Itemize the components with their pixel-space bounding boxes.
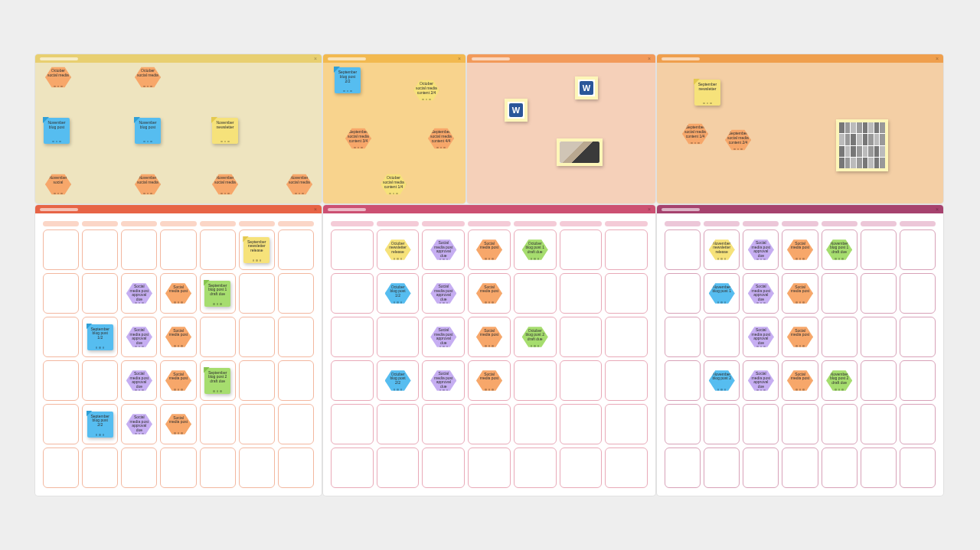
frame-topC[interactable]: ×	[467, 54, 655, 203]
calendar-cell[interactable]	[43, 317, 79, 357]
sticky-note[interactable]: September blog post 2/2	[87, 412, 113, 438]
sticky-note[interactable]: September newsletter release	[243, 237, 270, 263]
calendar-cell[interactable]	[331, 404, 374, 444]
calendar-cell[interactable]	[422, 447, 465, 488]
hex-note[interactable]: Social media post approval due	[126, 282, 152, 305]
hex-note[interactable]: November blog post 2	[709, 369, 735, 392]
hex-note[interactable]: Social media post	[476, 369, 502, 392]
calendar-cell[interactable]	[422, 404, 465, 444]
calendar-cell[interactable]	[43, 273, 79, 314]
calendar-cell[interactable]: Social media post approval due	[121, 317, 157, 357]
calendar-cell[interactable]	[82, 273, 118, 314]
frame-body[interactable]: September newsletter releaseSocial media…	[35, 213, 322, 496]
sticky-note[interactable]: November newsletter	[212, 118, 238, 144]
frame-topA[interactable]: ×	[35, 54, 322, 203]
calendar-cell[interactable]	[514, 273, 557, 314]
calendar-cell[interactable]	[278, 229, 314, 270]
calendar-cell[interactable]	[82, 447, 118, 488]
hex-note[interactable]: Social media post approval due	[126, 369, 152, 392]
calendar-cell[interactable]: September blog post 1 draft due	[200, 273, 236, 314]
calendar-cell[interactable]: Social media post approval due	[422, 273, 465, 314]
calendar-cell[interactable]	[743, 447, 779, 488]
calendar-cell[interactable]	[822, 404, 858, 444]
calendar-cell[interactable]	[239, 273, 275, 314]
frame-calC[interactable]: ×November newsletter releaseSocial media…	[657, 205, 943, 496]
hex-note[interactable]: Social media post	[787, 369, 813, 392]
calendar-cell[interactable]	[560, 404, 603, 444]
calendar-cell[interactable]: November newsletter release	[704, 229, 740, 270]
calendar-cell[interactable]	[377, 317, 420, 357]
calendar-cell[interactable]	[239, 404, 275, 444]
calendar-cell[interactable]: Social media post	[160, 317, 196, 357]
calendar-cell[interactable]: Social media post	[468, 273, 511, 314]
sticky-note[interactable]: November blog post	[44, 118, 70, 144]
calendar-cell[interactable]: September blog post 2/2	[82, 404, 118, 444]
calendar-cell[interactable]	[514, 447, 557, 488]
calendar-cell[interactable]: November blog post 2 draft due	[822, 360, 858, 401]
calendar-cell[interactable]: Social media post	[468, 229, 511, 270]
calendar-cell[interactable]: October blog post 2 draft due	[514, 317, 557, 357]
calendar-cell[interactable]: October blog post 1 draft due	[514, 229, 557, 270]
frame-titlebar[interactable]: ×	[323, 54, 466, 63]
calendar-cell[interactable]	[160, 447, 196, 488]
calendar-cell[interactable]	[82, 229, 118, 270]
hex-note[interactable]: Social media post approval due	[430, 326, 456, 349]
calendar-cell[interactable]	[560, 360, 603, 401]
calendar-cell[interactable]	[605, 229, 648, 270]
hex-note[interactable]: Social media post approval due	[748, 369, 774, 392]
calendar-cell[interactable]	[278, 360, 314, 401]
sticky-note[interactable]: September newsletter	[694, 80, 720, 106]
calendar-cell[interactable]: Social media post	[782, 229, 818, 270]
frame-body[interactable]	[467, 63, 655, 203]
sticky-note[interactable]: September blog post 1/2	[87, 324, 113, 350]
hex-note[interactable]: Social media post approval due	[748, 239, 774, 262]
hex-note[interactable]: Social media post	[165, 326, 191, 349]
calendar-cell[interactable]: September blog post 2 draft due	[200, 360, 236, 401]
frame-titlebar[interactable]: ×	[657, 54, 943, 63]
calendar-cell[interactable]	[331, 273, 374, 314]
calendar-cell[interactable]	[331, 360, 374, 401]
calendar-cell[interactable]	[43, 229, 79, 270]
calendar-cell[interactable]	[665, 447, 701, 488]
hex-note[interactable]: Social media post approval due	[748, 282, 774, 305]
calendar-cell[interactable]	[200, 317, 236, 357]
calendar-cell[interactable]	[278, 273, 314, 314]
calendar-cell[interactable]	[861, 360, 897, 401]
hex-note[interactable]: Social media post	[165, 369, 191, 392]
hex-note[interactable]: Social media post	[476, 282, 502, 305]
hex-note[interactable]: November blog post 1 draft due	[826, 239, 852, 262]
calendar-cell[interactable]	[278, 404, 314, 444]
calendar-cell[interactable]	[782, 447, 818, 488]
calendar-cell[interactable]	[665, 317, 701, 357]
close-icon[interactable]: ×	[458, 56, 461, 61]
calendar-cell[interactable]	[665, 360, 701, 401]
close-icon[interactable]: ×	[936, 207, 939, 212]
calendar-cell[interactable]	[861, 273, 897, 314]
calendar-cell[interactable]	[200, 447, 236, 488]
hex-note[interactable]: November blog post 1	[709, 282, 735, 305]
calendar-cell[interactable]	[704, 317, 740, 357]
calendar-cell[interactable]	[900, 404, 936, 444]
calendar-cell[interactable]: Social media post approval due	[422, 229, 465, 270]
calendar-cell[interactable]	[704, 404, 740, 444]
calendar-cell[interactable]	[605, 404, 648, 444]
calendar-cell[interactable]: November blog post 2	[704, 360, 740, 401]
calendar-cell[interactable]: Social media post approval due	[121, 360, 157, 401]
calendar-cell[interactable]: Social media post approval due	[121, 273, 157, 314]
hex-note[interactable]: Social media post approval due	[748, 326, 774, 349]
calendar-cell[interactable]: October newsletter release	[377, 229, 420, 270]
calendar-cell[interactable]	[560, 447, 603, 488]
calendar-cell[interactable]	[743, 404, 779, 444]
hex-note[interactable]: October blog post 1 draft due	[522, 239, 548, 262]
hex-note[interactable]: Social media post	[787, 282, 813, 305]
calendar-cell[interactable]	[331, 317, 374, 357]
close-icon[interactable]: ×	[936, 56, 939, 61]
hex-note[interactable]: Social media post approval due	[126, 326, 152, 349]
calendar-cell[interactable]	[239, 317, 275, 357]
calendar-cell[interactable]	[514, 404, 557, 444]
calendar-cell[interactable]: Social media post approval due	[121, 404, 157, 444]
calendar-cell[interactable]: October blog post 2/2	[377, 360, 420, 401]
hex-note[interactable]: October newsletter release	[385, 239, 411, 262]
calendar-cell[interactable]	[200, 404, 236, 444]
sticky-note[interactable]: November blog post	[135, 118, 161, 144]
